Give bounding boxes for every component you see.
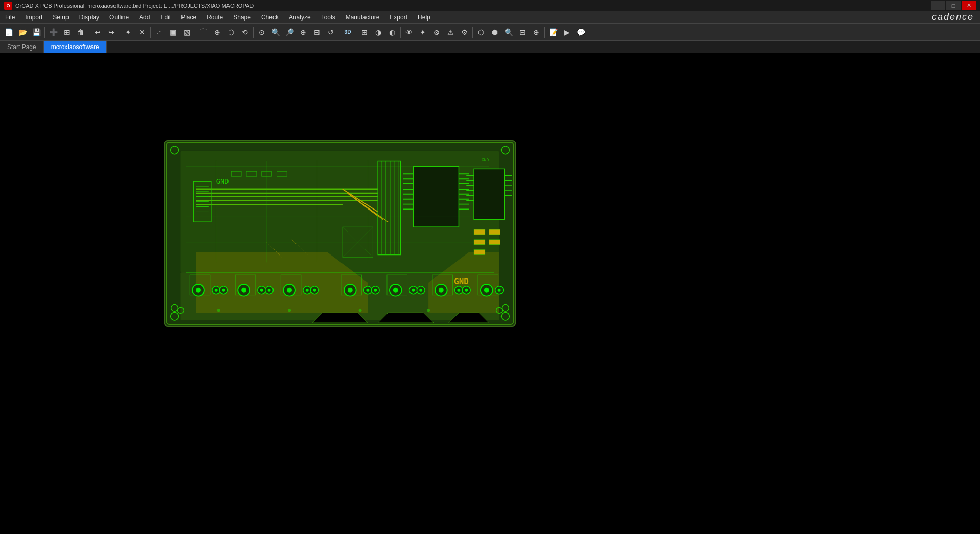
svg-point-78 <box>268 289 271 292</box>
close-button[interactable]: ✕ <box>962 1 976 10</box>
svg-rect-65 <box>489 240 500 245</box>
menu-tools[interactable]: Tools <box>316 11 340 23</box>
flip-button[interactable]: ⟲ <box>238 26 252 39</box>
add-button[interactable]: ➕ <box>47 26 60 39</box>
menu-add[interactable]: Add <box>134 11 155 23</box>
svg-point-88 <box>366 289 369 292</box>
sep7 <box>339 27 339 38</box>
menu-analyze[interactable]: Analyze <box>284 11 316 23</box>
save-button[interactable]: 💾 <box>30 26 43 39</box>
svg-point-98 <box>439 288 444 293</box>
menubar: File Import Setup Display Outline Add Ed… <box>0 11 980 24</box>
route-single-btn[interactable]: ⟋ <box>152 26 166 39</box>
menu-import[interactable]: Import <box>20 11 48 23</box>
visibility-button[interactable]: 👁 <box>402 26 416 39</box>
svg-point-72 <box>222 289 225 292</box>
zoom-out-button[interactable]: 🔎 <box>283 26 296 39</box>
svg-point-100 <box>457 289 460 292</box>
svg-point-114 <box>502 304 509 311</box>
back-board-button[interactable]: ⬡ <box>474 26 488 39</box>
sep11 <box>544 27 545 38</box>
pcb-svg: GND <box>165 141 515 326</box>
menu-setup[interactable]: Setup <box>48 11 74 23</box>
svg-text:GND: GND <box>216 177 229 185</box>
zoom-fit-button[interactable]: ⊙ <box>255 26 268 39</box>
delete-button[interactable]: 🗑 <box>74 26 87 39</box>
arc-button[interactable]: ⌒ <box>197 26 210 39</box>
svg-rect-27 <box>413 166 459 227</box>
3d-view-button[interactable]: 3D <box>341 26 354 39</box>
svg-point-109 <box>288 309 291 312</box>
tab-start-page[interactable]: Start Page <box>0 41 44 53</box>
sep4 <box>150 27 151 38</box>
new-button[interactable]: 📄 <box>2 26 15 39</box>
clearance-button[interactable]: ⊗ <box>430 26 443 39</box>
titlebar: O OrCAD X PCB Professional: mcroxiaosoft… <box>0 0 980 11</box>
menu-place[interactable]: Place <box>176 11 201 23</box>
svg-rect-63 <box>489 229 500 235</box>
zoom-in2-button[interactable]: ⊕ <box>297 26 310 39</box>
svg-text:GND: GND <box>482 158 489 162</box>
highlight-button[interactable]: ✦ <box>416 26 429 39</box>
grid-button[interactable]: ⊞ <box>358 26 371 39</box>
menu-outline[interactable]: Outline <box>104 11 134 23</box>
via-button[interactable]: ⊕ <box>211 26 224 39</box>
svg-point-102 <box>465 289 468 292</box>
maximize-button[interactable]: □ <box>946 1 961 10</box>
sep8 <box>356 27 356 38</box>
route-diff-btn[interactable]: ▣ <box>166 26 179 39</box>
zoom-out2-button[interactable]: ⊟ <box>310 26 324 39</box>
open-button[interactable]: 📂 <box>16 26 29 39</box>
macro-button[interactable]: ▶ <box>560 26 574 39</box>
refresh-button[interactable]: ↺ <box>324 26 337 39</box>
search-button[interactable]: 🔍 <box>502 26 515 39</box>
sep3 <box>120 27 120 38</box>
layers-button[interactable]: ◐ <box>385 26 399 39</box>
console-button[interactable]: 💬 <box>574 26 587 39</box>
svg-rect-62 <box>474 229 485 235</box>
shape-button[interactable]: ⬡ <box>224 26 238 39</box>
select-button[interactable]: ✦ <box>122 26 135 39</box>
svg-point-113 <box>171 304 178 311</box>
titlebar-left: O OrCAD X PCB Professional: mcroxiaosoft… <box>4 2 254 10</box>
color-button[interactable]: ◑ <box>372 26 385 39</box>
sep2 <box>89 27 89 38</box>
menu-display[interactable]: Display <box>74 11 104 23</box>
tab-mcroxiaosoftware[interactable]: mcroxiaosoftware <box>44 41 107 53</box>
sep5 <box>195 27 195 38</box>
svg-point-84 <box>313 289 316 292</box>
route-bus-btn[interactable]: ▧ <box>180 26 193 39</box>
menu-shape[interactable]: Shape <box>228 11 256 23</box>
copy-button[interactable]: ⊞ <box>60 26 74 39</box>
svg-point-104 <box>484 288 489 293</box>
menu-manufacture[interactable]: Manufacture <box>340 11 385 23</box>
svg-marker-134 <box>312 313 368 323</box>
script-button[interactable]: 📝 <box>546 26 560 39</box>
zoom-in-button[interactable]: 🔍 <box>269 26 282 39</box>
drc-button[interactable]: ⚠ <box>444 26 457 39</box>
titlebar-title: OrCAD X PCB Professional: mcroxiaosoftwa… <box>15 3 254 9</box>
settings-button[interactable]: ⚙ <box>458 26 471 39</box>
menu-route[interactable]: Route <box>201 11 228 23</box>
svg-point-74 <box>241 288 246 293</box>
pcb-board: GND <box>164 140 516 327</box>
svg-point-70 <box>215 289 218 292</box>
menu-file[interactable]: File <box>0 11 20 23</box>
menu-check[interactable]: Check <box>256 11 284 23</box>
undo-button[interactable]: ↩ <box>91 26 104 39</box>
svg-point-80 <box>287 288 292 293</box>
menu-edit[interactable]: Edit <box>155 11 176 23</box>
svg-point-110 <box>359 309 362 312</box>
deselect-button[interactable]: ✕ <box>135 26 149 39</box>
svg-point-86 <box>348 288 353 293</box>
snap-button[interactable]: ⊕ <box>530 26 543 39</box>
minimize-button[interactable]: ─ <box>931 1 945 10</box>
menu-export[interactable]: Export <box>384 11 413 23</box>
canvas-area[interactable]: GND <box>0 53 980 534</box>
svg-rect-66 <box>474 250 485 255</box>
redo-button[interactable]: ↪ <box>105 26 118 39</box>
svg-marker-135 <box>378 313 434 323</box>
filter-button[interactable]: ⊟ <box>516 26 529 39</box>
menu-help[interactable]: Help <box>413 11 436 23</box>
schematic-button[interactable]: ⬢ <box>488 26 502 39</box>
